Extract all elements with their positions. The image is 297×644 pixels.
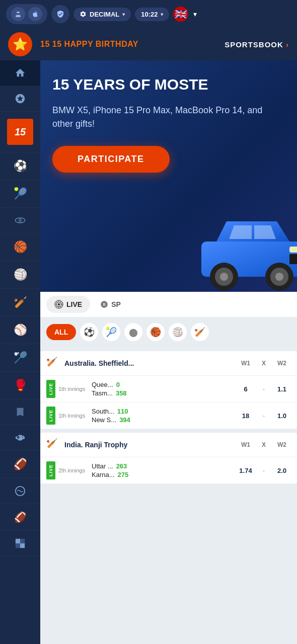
- content: 15 YEARS OF MOSTE BMW X5, iPhone 15 Pro …: [40, 60, 297, 644]
- sidebar-item-basketball[interactable]: 🏀: [0, 233, 40, 261]
- basketball-icon: 🏀: [14, 240, 27, 254]
- tab-live[interactable]: LIVE: [46, 296, 90, 313]
- odds-w1-0-0[interactable]: 6: [237, 385, 255, 393]
- odds-x-1-0[interactable]: -: [255, 467, 273, 474]
- birthday-badge: 15: [7, 119, 33, 145]
- tab-sports[interactable]: SP: [92, 296, 129, 312]
- sidebar-item-tennis[interactable]: 🎾: [0, 180, 40, 208]
- time-dropdown[interactable]: 10:22 ▾: [135, 8, 169, 21]
- cricket-icon: 🏏: [14, 296, 27, 309]
- sidebar-item-live[interactable]: [0, 86, 40, 112]
- svg-point-13: [275, 273, 283, 281]
- american-football-icon: 🏈: [14, 458, 27, 471]
- filter-soccer[interactable]: ⚽: [80, 323, 98, 341]
- live-radio-icon: [54, 300, 63, 309]
- sidebar-item-birthday[interactable]: 15: [0, 112, 40, 152]
- team1-score-0-1: 110: [117, 408, 128, 415]
- header: ⭐ 15 15 HAPPY BIRTHDAY SPORTSBOOK ›: [0, 28, 297, 60]
- main-layout: 15 ⚽ 🎾 🏀 🏐 🏏 ⚾ 🏸 🥊: [0, 60, 297, 644]
- baseball-icon: ⚾: [14, 324, 27, 337]
- team1-score-1-0: 263: [116, 462, 127, 470]
- banner-cta[interactable]: PARTICIPATE: [52, 146, 170, 173]
- team2-score-1-0: 275: [118, 471, 129, 478]
- match-header-australia: 🏏 Australia. Sheffield... W1 X W2: [40, 351, 297, 376]
- col-w2-0: W2: [273, 360, 291, 367]
- team2-name-1-0: Karna...: [92, 471, 115, 478]
- sidebar-item-hockey[interactable]: [0, 208, 40, 233]
- odds-x-0-0[interactable]: -: [255, 385, 273, 393]
- team2-score-0-1: 394: [119, 416, 130, 424]
- team1-score-0-0: 0: [116, 381, 120, 388]
- sidebar-item-mma[interactable]: 🥊: [0, 372, 40, 399]
- language-selector[interactable]: 🇬🇧: [173, 7, 188, 22]
- decimal-label: DECIMAL: [90, 11, 119, 18]
- apple-icon[interactable]: [28, 7, 42, 21]
- sidebar-item-volleyball[interactable]: 🏐: [0, 261, 40, 289]
- top-bar: DECIMAL ▾ 10:22 ▾ 🇬🇧 ▾: [0, 0, 297, 28]
- sidebar-item-esports[interactable]: [0, 425, 40, 451]
- odds-w2-0-0[interactable]: 1.1: [273, 385, 291, 393]
- live-badge-0-1: LIVE: [46, 407, 55, 425]
- shield-icon[interactable]: [51, 5, 69, 23]
- sport-filter: ALL ⚽ 🎾 ⬤ 🏀 🏐 🏏: [40, 317, 297, 347]
- sidebar-item-american-football[interactable]: 🏈: [0, 451, 40, 478]
- odds-w1-1-0[interactable]: 1.74: [237, 467, 255, 474]
- sidebar-item-home[interactable]: [0, 60, 40, 86]
- android-icon[interactable]: [11, 7, 25, 21]
- team2-name-0-0: Tasm...: [92, 389, 113, 397]
- gear-settings[interactable]: DECIMAL ▾: [73, 8, 131, 21]
- match-teams-0-0: Quee... 0 Tasm... 358: [92, 381, 237, 397]
- sidebar-item-baseball[interactable]: ⚾: [0, 316, 40, 344]
- team2-row-0-1: New S... 394: [92, 416, 237, 424]
- match-teams-0-1: South... 110 New S... 394: [92, 408, 237, 424]
- match-teams-1-0: Uttar ... 263 Karna... 275: [92, 462, 237, 478]
- sidebar-item-badminton[interactable]: 🏸: [0, 344, 40, 372]
- svg-rect-4: [20, 539, 25, 543]
- match-row-1-0[interactable]: LIVE 2th innings Uttar ... 263 Karna... …: [40, 457, 297, 484]
- odds-w2-0-1[interactable]: 1.0: [273, 412, 291, 420]
- sidebar-item-soccer[interactable]: ⚽: [0, 152, 40, 180]
- team1-name-0-1: South...: [92, 408, 114, 415]
- odds-x-0-1[interactable]: -: [255, 412, 273, 420]
- odds-w1-0-1[interactable]: 18: [237, 412, 255, 420]
- svg-rect-6: [20, 543, 25, 548]
- team1-name-0-0: Quee...: [92, 381, 113, 388]
- lang-arrow[interactable]: ▾: [193, 10, 197, 18]
- mma-icon: 🥊: [14, 379, 27, 392]
- match-row-0-0[interactable]: LIVE 1th innings Quee... 0 Tasm... 358 6…: [40, 376, 297, 403]
- match-header-india: 🏏 India. Ranji Trophy W1 X W2: [40, 433, 297, 457]
- col-w1-1: W1: [237, 441, 255, 448]
- sidebar-item-baseball2[interactable]: [0, 478, 40, 504]
- time-label: 10:22: [141, 11, 158, 18]
- col-w2-1: W2: [273, 441, 291, 448]
- sidebar-item-cricket[interactable]: 🏏: [0, 289, 40, 316]
- sidebar-item-football2[interactable]: 🏈: [0, 504, 40, 531]
- sidebar: 15 ⚽ 🎾 🏀 🏐 🏏 ⚾ 🏸 🥊: [0, 60, 40, 644]
- filter-basketball[interactable]: 🏀: [146, 323, 165, 341]
- odds-w2-1-0[interactable]: 2.0: [273, 467, 291, 474]
- team1-name-1-0: Uttar ...: [92, 462, 113, 470]
- league-name-australia: Australia. Sheffield...: [64, 359, 237, 367]
- filter-all-btn[interactable]: ALL: [46, 324, 76, 340]
- header-nav[interactable]: SPORTSBOOK ›: [225, 40, 289, 49]
- match-row-0-1[interactable]: LIVE 1th innings South... 110 New S... 3…: [40, 403, 297, 429]
- logo[interactable]: ⭐: [8, 32, 32, 56]
- innings-1-0: 2th innings: [58, 467, 92, 473]
- platform-icons[interactable]: [6, 4, 47, 24]
- league-cricket-icon-2: 🏏: [46, 438, 60, 452]
- svg-rect-14: [289, 247, 297, 253]
- filter-cricket[interactable]: 🏏: [191, 323, 209, 341]
- filter-volleyball[interactable]: 🏐: [169, 323, 187, 341]
- svg-point-1: [18, 218, 22, 222]
- filter-tennis[interactable]: 🎾: [102, 323, 120, 341]
- banner-title: 15 YEARS OF MOSTE: [52, 75, 285, 94]
- svg-rect-5: [16, 543, 20, 548]
- team1-row-0-0: Quee... 0: [92, 381, 237, 388]
- sidebar-item-boxing[interactable]: [0, 399, 40, 425]
- birthday-text: 15 HAPPY BIRTHDAY: [52, 40, 138, 48]
- filter-hockey[interactable]: ⬤: [124, 323, 142, 341]
- innings-0-0: 1th innings: [58, 386, 92, 392]
- col-x-1: X: [255, 441, 273, 448]
- tab-live-label: LIVE: [66, 300, 82, 308]
- sidebar-item-chess[interactable]: [0, 531, 40, 556]
